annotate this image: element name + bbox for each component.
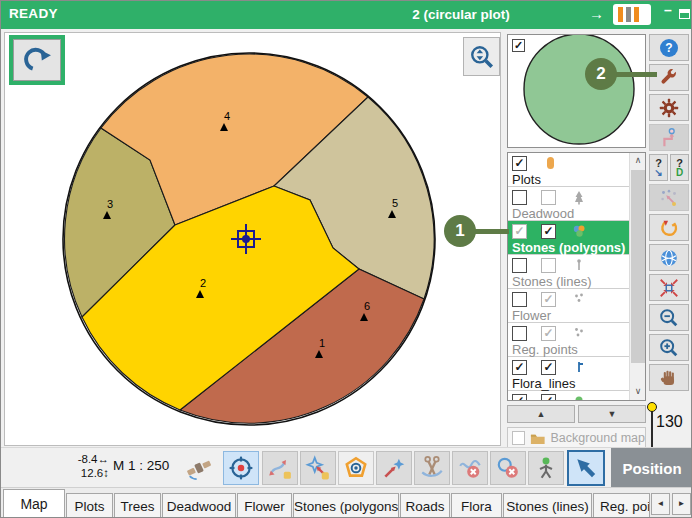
- tab-flora[interactable]: Flora: [451, 493, 502, 518]
- plot-preview-circle: [508, 35, 645, 147]
- delete-point-icon: [495, 455, 521, 481]
- zoom-out-icon: [658, 307, 680, 329]
- stones-polygons-layer-icon: [572, 223, 586, 239]
- callout-badge-2: 2: [585, 58, 617, 90]
- select-cursor-button[interactable]: [567, 450, 605, 486]
- wrench-icon: [658, 67, 680, 89]
- preview-visibility-checkbox[interactable]: ✓: [512, 39, 525, 52]
- globe-button[interactable]: [649, 244, 689, 271]
- center-on-position-button[interactable]: [223, 451, 259, 485]
- edit-line-icon: [267, 455, 293, 481]
- layer-move-up-button[interactable]: ▲: [507, 405, 575, 423]
- plot-preview-panel: ✓: [507, 34, 646, 148]
- callout-badge-1: 1: [444, 215, 476, 247]
- layer-checkbox-secondary[interactable]: ✓: [541, 292, 556, 307]
- tab-deadwood[interactable]: Deadwood: [162, 493, 236, 518]
- delete-line-icon: [457, 455, 483, 481]
- tab-scroll-right-button[interactable]: ►: [672, 493, 691, 515]
- zoom-in-button[interactable]: [649, 334, 689, 361]
- layer-row-flower[interactable]: ✓ Flower: [508, 289, 629, 323]
- background-map-row[interactable]: Background map: [507, 427, 646, 448]
- delete-point-button[interactable]: [490, 451, 526, 485]
- identify-blue-button[interactable]: ? ↘: [649, 154, 668, 181]
- layer-checkbox-secondary[interactable]: ✓: [541, 360, 556, 375]
- zoom-selection-button[interactable]: [463, 37, 500, 76]
- tab-scroll-left-button[interactable]: ◄: [651, 493, 670, 515]
- layer-row-deadwood[interactable]: Deadwood: [508, 187, 629, 221]
- tools-wrench-button[interactable]: [649, 64, 689, 91]
- goto-route-button[interactable]: [649, 124, 689, 151]
- restore-window-button[interactable]: [679, 9, 690, 19]
- slider-track[interactable]: [651, 409, 653, 447]
- identify-data-button[interactable]: ? D: [670, 154, 689, 181]
- layer-checkbox[interactable]: ✓: [512, 224, 527, 239]
- callout-2-number: 2: [596, 64, 605, 84]
- layer-checkbox[interactable]: ✓: [512, 360, 527, 375]
- gps-satellite-button[interactable]: [181, 451, 217, 485]
- layer-checkbox-secondary[interactable]: ✓: [541, 326, 556, 341]
- layer-move-down-button[interactable]: ▼: [578, 405, 646, 423]
- layer-checkbox[interactable]: [512, 326, 527, 341]
- select-features-button[interactable]: [649, 184, 689, 211]
- chart-columns-icon[interactable]: [613, 4, 651, 25]
- layer-checkbox-secondary[interactable]: ✓: [541, 224, 556, 239]
- layer-row-partial[interactable]: ✓ ✓: [508, 391, 629, 401]
- scroll-down-icon[interactable]: ∨: [630, 384, 646, 400]
- tab-trees[interactable]: Trees: [114, 493, 161, 518]
- edit-vertex-button[interactable]: [300, 451, 336, 485]
- layer-row-plots[interactable]: ✓ Plots: [508, 153, 629, 187]
- vertical-arrows-icon: ↕: [103, 467, 109, 479]
- capture-polygon-button[interactable]: [338, 451, 374, 485]
- pan-button[interactable]: [649, 364, 689, 391]
- tab-map[interactable]: Map: [3, 489, 65, 518]
- layer-checkbox[interactable]: [512, 292, 527, 307]
- zoom-out-button[interactable]: [649, 304, 689, 331]
- layer-label: Deadwood: [512, 206, 629, 221]
- layer-list-scrollbar[interactable]: ∧ ∨: [629, 153, 645, 400]
- layer-row-stones-lines[interactable]: Stones (lines): [508, 255, 629, 289]
- tab-roads[interactable]: Roads: [400, 493, 450, 518]
- scatter-select-icon: [658, 187, 680, 209]
- layer-checkbox-secondary[interactable]: [541, 258, 556, 273]
- layer-label: Flora_lines: [512, 376, 629, 391]
- layer-row-stones-polygons[interactable]: ✓ ✓ Stones (polygons): [508, 221, 629, 255]
- zoom-extent-button[interactable]: [649, 274, 689, 301]
- cursor-arrow-icon: [573, 455, 599, 481]
- scrollbar-thumb[interactable]: [631, 170, 645, 363]
- reload-region-button[interactable]: [649, 214, 689, 241]
- minimize-button[interactable]: –: [664, 2, 672, 18]
- tab-flower[interactable]: Flower: [237, 493, 292, 518]
- redo-button[interactable]: [13, 39, 61, 81]
- svg-text:5: 5: [392, 197, 398, 209]
- delete-line-button[interactable]: [452, 451, 488, 485]
- move-point-icon: [381, 455, 407, 481]
- layer-checkbox[interactable]: ✓: [512, 394, 527, 402]
- layer-checkbox-secondary[interactable]: [541, 190, 556, 205]
- map-canvas[interactable]: 1 2 3 4 5 6: [4, 32, 501, 446]
- settings-gear-button[interactable]: [649, 94, 689, 121]
- tab-reg-points[interactable]: Reg. points: [593, 493, 650, 518]
- layer-checkbox[interactable]: ✓: [512, 156, 527, 171]
- tab-plots[interactable]: Plots: [66, 493, 113, 518]
- background-map-checkbox[interactable]: [512, 431, 525, 445]
- surveyor-position-button[interactable]: [528, 451, 564, 485]
- svg-text:2: 2: [200, 277, 206, 289]
- help-button[interactable]: ?: [649, 34, 689, 61]
- redo-arrow-icon: [22, 45, 52, 75]
- scroll-up-icon[interactable]: ∧: [630, 153, 646, 169]
- hand-pan-icon: [658, 367, 680, 389]
- folder-icon: [530, 431, 546, 445]
- layer-checkbox[interactable]: [512, 190, 527, 205]
- layer-checkbox-secondary[interactable]: ✓: [541, 394, 556, 402]
- layer-row-flora-lines[interactable]: ✓ ✓ Flora_lines: [508, 357, 629, 391]
- tab-stones-polygons[interactable]: Stones (polygons): [293, 493, 399, 518]
- layer-checkbox[interactable]: [512, 258, 527, 273]
- move-point-button[interactable]: [376, 451, 412, 485]
- edit-line-button[interactable]: [262, 451, 298, 485]
- position-button[interactable]: Position: [611, 448, 692, 488]
- slider-handle[interactable]: [647, 402, 657, 412]
- split-line-button[interactable]: [414, 451, 450, 485]
- nav-arrow-icon[interactable]: →: [589, 5, 604, 22]
- tab-stones-lines[interactable]: Stones (lines): [503, 493, 592, 518]
- layer-row-reg-points[interactable]: ✓ Reg. points: [508, 323, 629, 357]
